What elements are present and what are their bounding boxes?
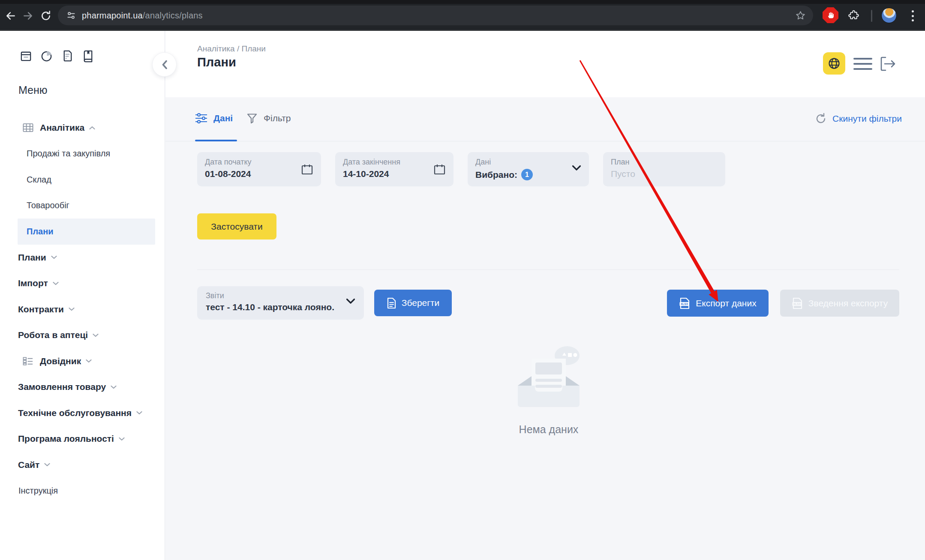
language-button[interactable] [823, 52, 845, 75]
field-placeholder: Пусто [611, 169, 718, 179]
sidebar-menu-title: Меню [18, 84, 48, 96]
plan-select-field[interactable]: План Пусто [603, 152, 725, 186]
forward-icon [22, 10, 33, 21]
menu-toggle-button[interactable] [853, 58, 872, 70]
reset-filters-label: Скинути фільтри [832, 114, 902, 124]
chevron-down-icon [44, 463, 50, 467]
sidebar-item-analytics[interactable]: Аналітика [0, 115, 165, 141]
sidebar: Меню Аналітика Продажі та закупівля Скла… [0, 31, 165, 560]
chevron-down-icon [86, 359, 92, 363]
logout-button[interactable] [880, 56, 897, 72]
chevron-down-icon [572, 165, 581, 173]
sidebar-item-import[interactable]: Імпорт [0, 270, 165, 296]
chevron-down-icon [346, 298, 355, 306]
sidebar-item-label: Програма лояльності [18, 434, 114, 444]
extensions-puzzle-icon[interactable] [846, 8, 861, 23]
url-text: pharmapoint.ua/analytics/plans [82, 11, 203, 21]
list-icon [23, 356, 33, 366]
sidebar-item-label: Сайт [18, 460, 39, 470]
browser-reload-button[interactable] [39, 9, 53, 23]
calendar-icon[interactable] [433, 163, 446, 177]
chevron-down-icon [53, 281, 59, 285]
breadcrumb: Аналітика / Плани [197, 44, 266, 54]
browser-forward-button[interactable] [21, 9, 35, 23]
sidebar-item-loyalty-program[interactable]: Програма лояльності [0, 426, 165, 452]
browser-menu-button[interactable] [910, 9, 916, 22]
sidebar-item-directory[interactable]: Довідник [0, 348, 165, 374]
reports-row: Звіти тест - 14.10 - карточка лояно... З… [197, 286, 899, 320]
document-icon [387, 297, 396, 309]
sidebar-collapse-button[interactable] [152, 52, 177, 77]
apply-button[interactable]: Застосувати [197, 213, 276, 240]
page-header: Аналітика / Плани Плани [165, 31, 925, 97]
sidebar-item-label: Аналітика [40, 123, 84, 133]
field-value: тест - 14.10 - карточка лояно... [206, 302, 334, 312]
pie-chart-icon[interactable] [40, 49, 54, 63]
empty-state-text: Нема даних [169, 423, 925, 436]
export-summary-label: Зведення експорту [808, 298, 888, 308]
sidebar-item-label: Плани [18, 252, 46, 263]
field-label: Дата початку [205, 158, 313, 167]
sidebar-item-maintenance[interactable]: Технічне обслуговування [0, 400, 165, 426]
sidebar-item-sales-purchase[interactable]: Продажі та закупівля [0, 141, 165, 167]
content-area: Дані Фільтр Скинути фільтри Дата початку [165, 97, 925, 560]
sidebar-item-instruction[interactable]: Інструкція [0, 478, 165, 504]
tab-data[interactable]: Дані [195, 113, 233, 124]
field-value: 01-08-2024 [205, 169, 313, 179]
chevron-down-icon [111, 385, 117, 389]
url-host: pharmapoint.ua [82, 11, 143, 20]
sidebar-item-plans-active[interactable]: Плани [18, 219, 155, 245]
sidebar-item-contracts[interactable]: Контракти [0, 296, 165, 323]
start-date-field[interactable]: Дата початку 01-08-2024 [197, 152, 321, 186]
funnel-icon [246, 113, 258, 124]
sidebar-item-label: Імпорт [18, 278, 48, 288]
save-button[interactable]: Зберегти [374, 290, 452, 316]
page-title: Плани [197, 55, 236, 69]
site-info-icon[interactable] [66, 10, 77, 21]
svg-text:XLSX: XLSX [681, 302, 688, 305]
browser-back-button[interactable] [3, 9, 18, 23]
screen: pharmapoint.ua/analytics/plans [0, 0, 925, 560]
tab-strip [0, 0, 925, 4]
save-button-label: Зберегти [402, 298, 440, 308]
export-data-button[interactable]: XLSX Експорт даних [667, 290, 769, 317]
field-value: Вибрано: [475, 170, 517, 180]
svg-text:XLSX: XLSX [793, 302, 801, 305]
sidebar-item-goods-order[interactable]: Замовлення товару [0, 374, 165, 400]
url-path: /analytics/plans [143, 11, 203, 20]
sidebar-item-label: Замовлення товару [18, 382, 106, 392]
chevron-down-icon [119, 437, 125, 441]
chevron-down-icon [93, 333, 99, 337]
sidebar-item-plans-section[interactable]: Плани [0, 245, 165, 271]
sidebar-item-turnover[interactable]: Товарообіг [0, 193, 165, 219]
sidebar-item-warehouse[interactable]: Склад [0, 167, 165, 193]
globe-icon [827, 57, 841, 70]
address-bar[interactable]: pharmapoint.ua/analytics/plans [58, 6, 813, 25]
export-summary-button[interactable]: XLSX Зведення експорту [780, 290, 899, 317]
reset-filters-link[interactable]: Скинути фільтри [815, 113, 902, 125]
calendar-icon[interactable] [301, 163, 313, 177]
profile-avatar[interactable] [881, 8, 897, 23]
toolbar-divider [871, 10, 872, 22]
chevron-up-icon [89, 126, 95, 130]
tab-filter[interactable]: Фільтр [246, 113, 291, 124]
end-date-field[interactable]: Дата закінчення 14-10-2024 [335, 152, 453, 186]
sidebar-item-pharmacy-work[interactable]: Робота в аптеці [0, 322, 165, 348]
reload-icon [40, 10, 51, 21]
sidebar-item-label: Плани [27, 227, 54, 237]
back-icon [5, 10, 16, 21]
data-select-field[interactable]: Дані Вибрано:1 [468, 152, 589, 186]
browser-toolbar: pharmapoint.ua/analytics/plans [0, 0, 925, 31]
bookmark-star-icon[interactable] [795, 10, 806, 23]
tab-bar: Дані Фільтр Скинути фільтри [165, 97, 925, 141]
archive-box-icon[interactable] [19, 49, 33, 63]
book-icon[interactable] [81, 49, 95, 63]
sidebar-item-label: Довідник [40, 356, 81, 366]
refresh-icon [815, 113, 827, 125]
active-tab-underline [195, 140, 237, 141]
adblock-extension-icon[interactable] [823, 7, 838, 23]
sidebar-item-site[interactable]: Сайт [0, 452, 165, 478]
grid-icon [23, 123, 33, 132]
document-icon[interactable] [61, 49, 74, 63]
report-select-field[interactable]: Звіти тест - 14.10 - карточка лояно... [197, 286, 364, 320]
